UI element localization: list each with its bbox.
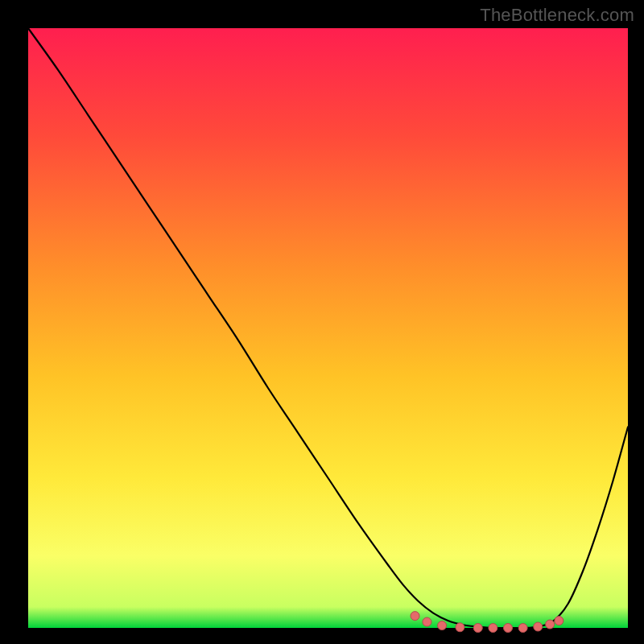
chart-root: TheBottleneck.com xyxy=(0,0,644,644)
marker-dot xyxy=(456,623,464,632)
marker-dot xyxy=(438,621,447,630)
marker-dot xyxy=(411,612,419,621)
plot-background xyxy=(28,28,628,628)
marker-dot xyxy=(546,620,555,629)
marker-dot xyxy=(423,617,431,626)
bottleneck-chart xyxy=(0,0,644,644)
marker-dot xyxy=(473,624,482,633)
marker-dot xyxy=(534,622,543,631)
marker-dot xyxy=(504,624,513,633)
marker-dot xyxy=(489,624,497,633)
marker-dot xyxy=(518,624,527,633)
marker-dot xyxy=(555,617,564,625)
